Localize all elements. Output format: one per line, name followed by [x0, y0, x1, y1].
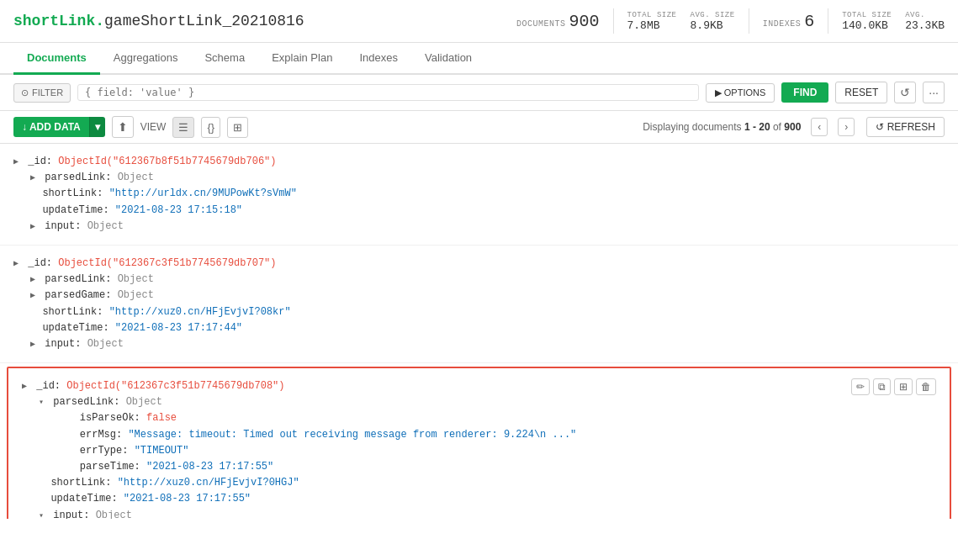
prev-page-button[interactable]: ‹: [811, 118, 828, 136]
document-2: ▶ _id: ObjectId("612367c3f51b7745679db70…: [0, 246, 958, 363]
list-view-button[interactable]: ☰: [172, 117, 194, 138]
tab-validation[interactable]: Validation: [411, 43, 485, 75]
tab-schema[interactable]: Schema: [191, 43, 258, 75]
documents-label: DOCUMENTS: [516, 19, 566, 29]
doc3-shortlink-value: "http://xuz0.cn/HFjEvjvI?0HGJ": [118, 477, 299, 489]
doc2-parsedgame: ▶ parsedGame: Object: [13, 288, 945, 304]
doc1-updatetime-key: updateTime:: [30, 204, 115, 216]
doc3-parsedlink-arrow[interactable]: ▾: [39, 398, 44, 407]
doc3-updatetime-value: "2021-08-23 17:17:55": [124, 493, 251, 505]
reset-button[interactable]: RESET: [835, 82, 887, 103]
find-button[interactable]: FIND: [781, 82, 828, 103]
doc3-actions: ✏ ⧉ ⊞ 🗑: [851, 378, 936, 395]
table-view-button[interactable]: ⊞: [227, 117, 248, 138]
display-prefix: Displaying documents: [643, 121, 741, 133]
doc2-input-arrow[interactable]: ▶: [30, 340, 35, 349]
doc3-errtype-value: "TIMEOUT": [135, 445, 189, 457]
nav-tabs: Documents Aggregations Schema Explain Pl…: [0, 43, 958, 75]
filter-button[interactable]: ⊙ FILTER: [13, 83, 71, 103]
size-stats: TOTAL SIZE 7.8MB: [627, 11, 677, 32]
filter-label: FILTER: [32, 87, 63, 98]
doc3-input: ▾ input: Object: [22, 508, 936, 519]
doc3-input-key: input:: [53, 510, 95, 519]
more-options-button[interactable]: ···: [923, 82, 945, 103]
doc1-updatetime-value: "2021-08-23 17:15:18": [115, 204, 242, 216]
doc2-parsedlink-key: parsedLink:: [45, 273, 117, 285]
doc1-id-key: _id:: [28, 156, 58, 167]
doc1-expand-arrow[interactable]: ▶: [13, 157, 19, 166]
tab-indexes[interactable]: Indexes: [346, 43, 411, 75]
doc3-expand-arrow[interactable]: ▶: [22, 382, 27, 391]
add-data-button[interactable]: ↓ ADD DATA: [13, 117, 89, 137]
doc1-parsedlink-value: Object: [118, 172, 154, 183]
add-data-dropdown-button[interactable]: ▾: [89, 117, 105, 137]
doc3-parsedlink-value: Object: [126, 396, 162, 408]
doc2-shortlink-value: "http://xuz0.cn/HFjEvjvI?08kr": [109, 306, 291, 318]
doc3-errtype: errType: "TIMEOUT": [22, 443, 936, 459]
doc2-input: ▶ input: Object: [13, 336, 945, 352]
doc3-parsedlink-key: parsedLink:: [53, 396, 125, 408]
doc3-edit-button[interactable]: ✏: [851, 378, 870, 395]
header-stats: DOCUMENTS 900 TOTAL SIZE 7.8MB AVG. SIZE…: [516, 8, 945, 34]
doc2-parsedgame-key: parsedGame:: [45, 289, 117, 301]
refresh-button[interactable]: ↺ REFRESH: [866, 117, 945, 137]
doc1-id-line: ▶ _id: ObjectId("612367b8f51b7745679db70…: [13, 154, 945, 170]
display-total: 900: [784, 121, 801, 133]
doc2-id-line: ▶ _id: ObjectId("612367c3f51b7745679db70…: [13, 256, 945, 272]
doc3-isparseok-key: isParseOk:: [56, 412, 146, 424]
tab-aggregations[interactable]: Aggregations: [100, 43, 192, 75]
indexes-avg-label: AVG.: [905, 11, 925, 19]
json-view-button[interactable]: {}: [201, 117, 220, 138]
doc3-errmsg-key: errMsg:: [56, 429, 128, 441]
doc3-shortlink: shortLink: "http://xuz0.cn/HFjEvjvI?0HGJ…: [22, 475, 936, 491]
doc1-parsedlink: ▶ parsedLink: Object: [13, 170, 945, 186]
doc2-shortlink: shortLink: "http://xuz0.cn/HFjEvjvI?08kr…: [13, 304, 945, 320]
doc1-parsedlink-arrow[interactable]: ▶: [30, 173, 35, 182]
doc2-expand-arrow[interactable]: ▶: [13, 259, 19, 268]
doc3-clone-button[interactable]: ⊞: [894, 378, 913, 395]
document-3: ✏ ⧉ ⊞ 🗑 ▶ _id: ObjectId("612367c3f51b774…: [7, 367, 951, 519]
display-info: Displaying documents 1 - 20 of 900: [643, 121, 801, 133]
doc3-isparseok: isParseOk: false: [22, 410, 936, 426]
doc2-parsedlink-arrow[interactable]: ▶: [30, 275, 35, 284]
doc2-id-key: _id:: [28, 257, 58, 269]
doc1-shortlink-value: "http://urldx.cn/9MUPowKt?sVmW": [109, 188, 297, 199]
add-data-label: ↓ ADD DATA: [22, 121, 81, 133]
options-button[interactable]: ▶ OPTIONS: [706, 83, 775, 103]
reset-label: RESET: [844, 87, 878, 98]
doc1-shortlink-key: shortLink:: [30, 188, 109, 199]
action-bar: ↓ ADD DATA ▾ ⬆ VIEW ☰ {} ⊞ Displaying do…: [0, 111, 958, 144]
options-label: ▶ OPTIONS: [715, 87, 766, 98]
doc1-input: ▶ input: Object: [13, 219, 945, 235]
doc3-id-value: ObjectId("612367c3f51b7745679db708"): [66, 380, 284, 392]
indexes-stat: INDEXES 6: [763, 12, 815, 31]
doc3-id-line: ▶ _id: ObjectId("612367c3f51b7745679db70…: [22, 378, 936, 394]
filter-input[interactable]: [85, 87, 691, 98]
doc1-parsedlink-key: parsedLink:: [45, 172, 117, 183]
header: shortLink.gameShortLink_20210816 DOCUMEN…: [0, 0, 958, 43]
avg-size-value: 8.9KB: [691, 19, 723, 32]
history-button[interactable]: ↺: [894, 82, 916, 103]
export-button[interactable]: ⬆: [112, 116, 134, 138]
doc3-delete-button[interactable]: 🗑: [916, 378, 936, 395]
add-data-group: ↓ ADD DATA ▾: [13, 117, 105, 137]
indexes-avg-stats: AVG. 23.3KB: [905, 11, 945, 32]
doc3-id-key: _id:: [36, 380, 66, 392]
indexes-avg-value: 23.3KB: [905, 19, 945, 32]
next-page-button[interactable]: ›: [838, 118, 855, 136]
tab-documents[interactable]: Documents: [13, 43, 100, 75]
doc2-id-value: ObjectId("612367c3f51b7745679db707"): [58, 257, 276, 269]
tab-explain[interactable]: Explain Plan: [258, 43, 346, 75]
doc3-errmsg-value: "Message: timeout: Timed out receiving m…: [128, 429, 576, 441]
doc2-parsedgame-arrow[interactable]: ▶: [30, 291, 35, 300]
display-range: 1 - 20: [744, 121, 770, 133]
doc1-input-arrow[interactable]: ▶: [30, 222, 35, 231]
filter-toolbar: ⊙ FILTER ▶ OPTIONS FIND RESET ↺ ···: [0, 75, 958, 111]
document-1: ▶ _id: ObjectId("612367b8f51b7745679db70…: [0, 144, 958, 246]
indexes-label: INDEXES: [763, 19, 802, 29]
doc3-copy-button[interactable]: ⧉: [873, 378, 891, 395]
stat-divider-2: [749, 8, 749, 34]
brand-name: shortLink.: [13, 13, 104, 29]
avg-size-stats: AVG. SIZE 8.9KB: [691, 11, 735, 32]
doc3-input-arrow[interactable]: ▾: [39, 511, 44, 519]
